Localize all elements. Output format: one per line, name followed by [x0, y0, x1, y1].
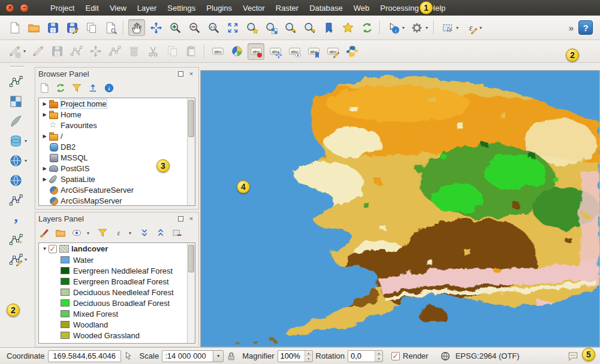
new-spatialite-layer-button[interactable]: [7, 251, 24, 268]
pan-to-selection-button[interactable]: [147, 19, 164, 36]
label-highlight-button[interactable]: [248, 43, 264, 60]
add-wfs-layer-button[interactable]: [7, 192, 24, 209]
zoom-next-button[interactable]: [301, 19, 318, 36]
layer-labeling-button[interactable]: [209, 43, 226, 60]
menu-database[interactable]: Database: [304, 1, 348, 15]
rotation-spinbox[interactable]: ▲ ▼: [348, 350, 383, 362]
browser-item-mssql[interactable]: MSSQL: [39, 152, 195, 163]
properties-widget-icon[interactable]: [104, 83, 114, 93]
menu-layer[interactable]: Layer: [132, 1, 162, 15]
magnifier-spinbox[interactable]: ▲ ▼: [278, 350, 313, 362]
expander-icon[interactable]: ▶: [41, 101, 49, 107]
log-messages-icon[interactable]: [568, 351, 578, 362]
zoom-in-button[interactable]: [167, 19, 183, 36]
composer-manager-button[interactable]: [102, 19, 119, 36]
spin-up-icon[interactable]: ▲: [375, 351, 382, 356]
add-wcs-layer-button[interactable]: [7, 172, 24, 189]
menu-edit[interactable]: Edit: [80, 1, 103, 15]
show-bookmarks-button[interactable]: [339, 19, 356, 36]
expander-icon[interactable]: ▶: [41, 112, 49, 117]
legend-item-deciduous-broadleaf-forest[interactable]: Deciduous Broadleaf Forest: [39, 298, 195, 308]
toolbar-overflow-button[interactable]: »: [569, 23, 574, 33]
add-group-icon[interactable]: [55, 228, 66, 238]
scale-input[interactable]: [162, 350, 213, 362]
layer-styling-icon[interactable]: [39, 228, 50, 238]
landcover-visibility-checkbox[interactable]: ✓: [49, 245, 57, 253]
layers-tree[interactable]: ▼ ✓ landcover WaterEvergreen Neddleleaf …: [38, 242, 195, 344]
browser-scrollbar[interactable]: [187, 98, 195, 205]
layers-float-button[interactable]: [176, 215, 185, 223]
open-project-button[interactable]: [25, 19, 42, 36]
spin-down-icon[interactable]: ▼: [375, 356, 382, 362]
expander-icon[interactable]: ▼: [41, 246, 49, 251]
crs-globe-icon[interactable]: [440, 351, 451, 362]
label-move-button[interactable]: [267, 43, 284, 60]
browser-tree[interactable]: ▶Project home▶HomeFavourites▶/DB2MSSQL▶P…: [38, 98, 195, 206]
layers-close-button[interactable]: ×: [187, 215, 195, 223]
magnifier-spin-arrows[interactable]: ▲ ▼: [304, 351, 312, 362]
new-print-composer-button[interactable]: [83, 19, 100, 36]
browser-item-home[interactable]: ▶Home: [39, 109, 195, 120]
browser-item-arcgismapserver[interactable]: ArcGisMapServer: [39, 195, 195, 206]
manage-visibility-icon[interactable]: [71, 228, 82, 238]
lock-scale-icon[interactable]: [226, 351, 237, 362]
menu-web[interactable]: Web: [349, 1, 375, 15]
feature-action-dropdown-arrow[interactable]: ▾: [426, 25, 430, 31]
legend-item-evergreen-broadleaf-forest[interactable]: Evergreen Broadleaf Forest: [39, 276, 195, 287]
zoom-full-button[interactable]: [224, 19, 241, 36]
browser-item-spatialite[interactable]: ▶SpatiaLite: [39, 174, 195, 184]
expander-icon[interactable]: ▶: [41, 166, 49, 171]
browser-item-db2[interactable]: DB2: [39, 141, 195, 152]
collapse-all-icon[interactable]: [155, 228, 166, 238]
layers-scrollbar-thumb[interactable]: [188, 245, 194, 272]
menu-vector[interactable]: Vector: [238, 1, 270, 15]
cut-features-button[interactable]: [144, 43, 161, 60]
filter-by-expression-icon[interactable]: [113, 228, 124, 238]
expression-dropdown-arrow[interactable]: ▾: [129, 230, 134, 236]
expression-dropdown-arrow[interactable]: ▾: [480, 25, 484, 31]
browser-scrollbar-thumb[interactable]: [188, 100, 194, 137]
window-minimize-button[interactable]: –: [20, 4, 29, 13]
add-spatialite-layer-button[interactable]: [7, 113, 24, 130]
legend-item-mixed-forest[interactable]: Mixed Forest: [39, 308, 195, 319]
menu-settings[interactable]: Settings: [162, 1, 200, 15]
zoom-actual-size-button[interactable]: [205, 19, 222, 36]
layers-scrollbar[interactable]: [187, 243, 195, 343]
new-layer-dropdown-arrow[interactable]: ▾: [25, 257, 29, 262]
python-console-button[interactable]: [343, 43, 360, 60]
new-shapefile-layer-button[interactable]: [7, 232, 24, 248]
zoom-to-selection-button[interactable]: [243, 19, 260, 36]
menu-project[interactable]: Project: [46, 1, 79, 15]
node-tool-button[interactable]: [106, 43, 123, 60]
remove-layer-icon[interactable]: [171, 228, 182, 238]
add-feature-button[interactable]: [68, 43, 85, 60]
save-layer-edits-button[interactable]: [49, 43, 65, 60]
coordinate-capture-icon[interactable]: [123, 351, 134, 362]
identify-dropdown-arrow[interactable]: ▾: [402, 25, 407, 31]
visibility-dropdown-arrow[interactable]: ▾: [87, 230, 92, 236]
label-change-button[interactable]: [324, 43, 341, 60]
new-bookmark-button[interactable]: [320, 19, 337, 36]
legend-item-wooded-grassland[interactable]: Wooded Grassland: [39, 330, 195, 341]
menu-view[interactable]: View: [105, 1, 131, 15]
menu-processing[interactable]: Processing: [375, 1, 423, 15]
filter-legend-icon[interactable]: [97, 228, 108, 238]
refresh-map-button[interactable]: [358, 19, 375, 36]
help-contents-button[interactable]: ?: [578, 20, 593, 35]
magnifier-input[interactable]: [278, 351, 304, 362]
legend-item-evergreen-neddleleaf-forest[interactable]: Evergreen Neddleleaf Forest: [39, 265, 195, 276]
zoom-out-button[interactable]: [186, 19, 203, 36]
browser-item-favourites[interactable]: Favourites: [39, 120, 195, 131]
move-feature-button[interactable]: [87, 43, 104, 60]
add-delimited-text-layer-button[interactable]: [7, 212, 24, 229]
wms-dropdown-arrow[interactable]: ▾: [25, 158, 29, 163]
browser-item-project-home[interactable]: ▶Project home: [39, 98, 195, 109]
copy-features-button[interactable]: [164, 43, 180, 60]
save-project-as-button[interactable]: [64, 19, 80, 36]
legend-item-deciduous-needleleaf-forest[interactable]: Deciduous Needleleaf Forest: [39, 287, 195, 298]
save-project-button[interactable]: [44, 19, 61, 36]
map-canvas[interactable]: [200, 70, 600, 347]
add-raster-layer-button[interactable]: [7, 93, 24, 110]
render-checkbox[interactable]: ✓: [391, 352, 400, 360]
add-wms-layer-button[interactable]: [7, 153, 24, 169]
